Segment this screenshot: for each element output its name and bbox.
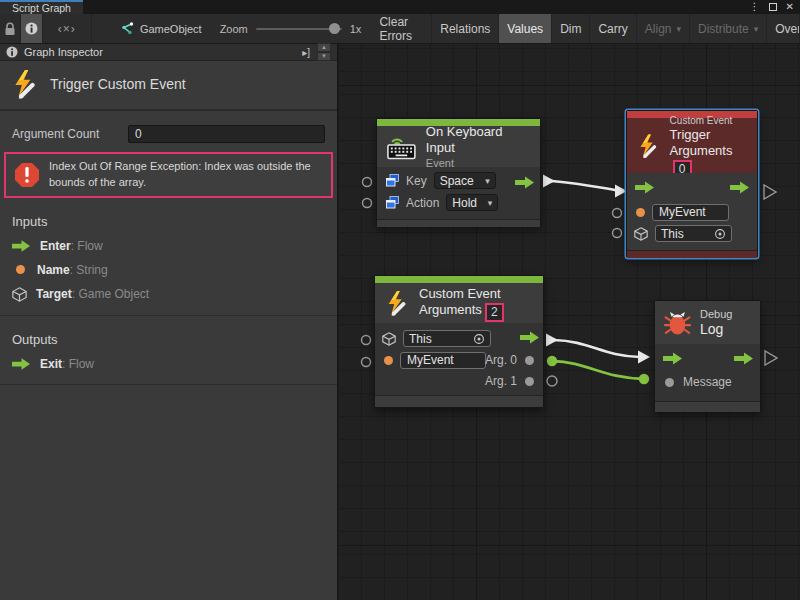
values-button[interactable]: Values: [499, 14, 552, 43]
node-debug-log[interactable]: Debug Log Message: [654, 300, 761, 412]
port-trigger-exit-external[interactable]: [764, 185, 776, 199]
cube-icon[interactable]: [634, 227, 648, 241]
event-color-bar: [375, 276, 543, 283]
exit-output-port[interactable]: [734, 352, 754, 365]
trigger-output-port[interactable]: [520, 331, 540, 344]
arg1-row: Arg. 1: [485, 374, 534, 388]
chevron-down-icon: ▾: [485, 176, 490, 186]
overview-button[interactable]: Overview: [767, 14, 800, 43]
relations-button[interactable]: Relations: [432, 14, 499, 43]
exit-output-port[interactable]: [730, 181, 750, 194]
action-port-row: Action Hold ▾: [386, 194, 498, 211]
chevron-down-icon: ▾: [676, 24, 681, 34]
key-dropdown[interactable]: Space ▾: [434, 172, 496, 189]
object-picker-icon[interactable]: [714, 228, 726, 240]
node-title: On Keyboard Input: [426, 124, 531, 156]
event-name-field[interactable]: MyEvent: [400, 352, 486, 369]
string-port-icon: [16, 265, 25, 274]
port-type: : Game Object: [72, 287, 149, 301]
info-icon: [6, 46, 18, 58]
event-name-row: MyEvent: [384, 352, 486, 369]
node-on-keyboard-input[interactable]: On Keyboard Input Event Key Space ▾: [376, 118, 541, 226]
port-target-external[interactable]: [613, 229, 622, 238]
node-title: Custom Event: [419, 286, 502, 302]
input-row-target: Target: Game Object: [12, 287, 337, 302]
distribute-dropdown-button[interactable]: Distribute ▾: [690, 14, 767, 43]
arg0-row: Arg. 0: [485, 353, 534, 367]
code-preview-button[interactable]: ‹×›: [43, 14, 92, 43]
zoom-slider[interactable]: [256, 28, 342, 30]
port-name-external[interactable]: [613, 209, 622, 218]
action-icon: [386, 196, 399, 209]
key-label: Key: [406, 174, 427, 188]
spin-up-icon[interactable]: ▲: [317, 43, 331, 52]
port-action-external[interactable]: [363, 199, 372, 208]
message-input-port[interactable]: [665, 378, 674, 387]
argument-count-label: Argument Count: [12, 127, 128, 141]
arg1-output-port[interactable]: [525, 377, 534, 386]
connection-arg0-to-message[interactable]: [547, 356, 649, 384]
connection-keyboard-to-trigger[interactable]: [543, 175, 627, 198]
custom-event-icon: [636, 133, 661, 159]
connection-arguments-to-debug[interactable]: [546, 334, 650, 364]
keyboard-input-icon: [386, 134, 417, 160]
action-label: Action: [406, 196, 439, 210]
input-row-name: Name: String: [12, 263, 337, 277]
cube-icon[interactable]: [382, 332, 396, 346]
dock-panel-icon[interactable]: ▸]: [298, 47, 314, 58]
port-type: : Flow: [71, 239, 103, 253]
bug-icon: [664, 309, 691, 336]
arg1-label: Arg. 1: [485, 374, 517, 388]
spin-down-icon[interactable]: ▼: [317, 52, 331, 61]
target-dropdown[interactable]: This: [655, 225, 732, 242]
enter-input-port[interactable]: [663, 352, 683, 365]
trigger-output-port[interactable]: [515, 176, 535, 189]
node-custom-event-arguments[interactable]: Custom Event Arguments2 This: [374, 275, 544, 408]
port-key-external[interactable]: [363, 178, 372, 187]
port-arg1-external[interactable]: [547, 376, 557, 386]
inspector-toggle-button[interactable]: [21, 14, 42, 43]
error-octagon-icon: [14, 162, 40, 188]
target-value: This: [409, 332, 432, 346]
tab-script-graph[interactable]: Script Graph: [0, 0, 83, 14]
dim-button[interactable]: Dim: [552, 14, 590, 43]
close-icon[interactable]: ✕: [786, 0, 794, 14]
button-label: Relations: [440, 22, 490, 36]
argument-count-row: Argument Count 0: [12, 125, 325, 143]
node-title: Trigger: [670, 127, 748, 143]
port-debug-exit-external[interactable]: [765, 351, 777, 365]
arg0-output-port[interactable]: [525, 356, 534, 365]
carry-button[interactable]: Carry: [590, 14, 636, 43]
inputs-heading: Inputs: [12, 214, 337, 229]
node-trigger-custom-event[interactable]: Custom Event Trigger Arguments0 MyEvent …: [626, 110, 758, 258]
gameobject-label: GameObject: [140, 23, 202, 35]
object-picker-icon[interactable]: [473, 333, 485, 345]
maximize-icon[interactable]: [769, 3, 777, 11]
gameobject-reference[interactable]: GameObject: [110, 14, 212, 43]
zoom-slider-handle[interactable]: [329, 23, 340, 34]
port-name-external[interactable]: [362, 358, 371, 367]
enter-input-port[interactable]: [635, 181, 655, 194]
lock-button[interactable]: [0, 14, 21, 43]
argument-count-input[interactable]: 0: [128, 125, 325, 143]
window-tab-bar: Script Graph ⋮ ✕: [0, 0, 800, 14]
port-name: Enter: [40, 239, 71, 253]
node-header: Custom Event Trigger Arguments0: [627, 118, 757, 173]
window-menu-icon[interactable]: ⋮: [750, 0, 760, 14]
target-dropdown[interactable]: This: [403, 330, 491, 347]
node-header: Custom Event Arguments2: [375, 283, 543, 323]
graph-inspector-header: Graph Inspector ▸] ▲ ▼: [0, 44, 337, 61]
graph-canvas[interactable]: On Keyboard Input Event Key Space ▾: [337, 44, 800, 600]
event-name-field[interactable]: MyEvent: [652, 204, 729, 221]
clear-errors-button[interactable]: Clear Errors: [371, 14, 432, 43]
align-dropdown-button[interactable]: Align ▾: [637, 14, 690, 43]
target-row: This: [634, 225, 732, 242]
string-port-icon[interactable]: [384, 356, 393, 365]
port-type: : Flow: [62, 357, 94, 371]
port-target-external[interactable]: [362, 336, 371, 345]
node-footer: [655, 401, 760, 412]
custom-event-icon: [10, 69, 40, 99]
string-port-icon[interactable]: [636, 208, 645, 217]
button-label: Clear Errors: [379, 15, 423, 43]
action-dropdown[interactable]: Hold ▾: [446, 194, 498, 211]
